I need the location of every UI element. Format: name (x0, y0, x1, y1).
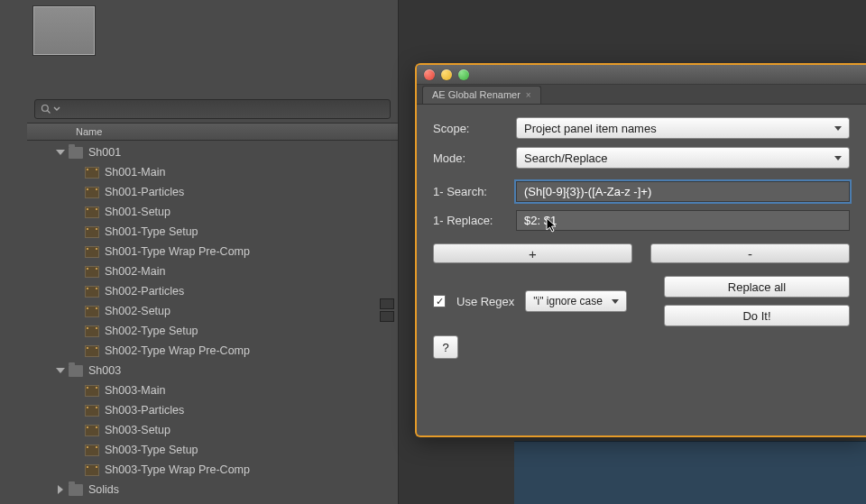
composition-icon (85, 206, 99, 218)
search-input[interactable] (34, 99, 391, 119)
composition-icon (85, 345, 99, 357)
composition-icon (85, 464, 99, 476)
svg-line-1 (48, 111, 51, 114)
comp-row[interactable]: Sh002-Main (27, 261, 398, 281)
comp-row[interactable]: Sh003-Main (27, 380, 398, 400)
mode-label: Mode: (433, 151, 516, 165)
folder-row[interactable]: Solids (27, 480, 398, 499)
project-search-row (27, 96, 398, 123)
item-label: Sh002-Main (105, 265, 165, 278)
item-label: Sh003-Type Wrap Pre-Comp (105, 463, 250, 476)
folder-icon (69, 484, 83, 496)
help-button[interactable]: ? (433, 335, 458, 359)
composition-icon (85, 286, 99, 298)
search-field[interactable]: (Sh[0-9]{3})-([A-Za-z -]+) (516, 181, 850, 202)
composition-icon (85, 226, 99, 238)
tab-strip: AE Global Renamer × (417, 85, 866, 105)
minimize-icon[interactable] (441, 69, 452, 80)
comp-row[interactable]: Sh002-Type Wrap Pre-Comp (27, 341, 398, 361)
timeline-panel[interactable] (514, 441, 866, 504)
comp-row[interactable]: Sh003-Particles (27, 400, 398, 420)
window-titlebar[interactable] (417, 65, 866, 85)
comp-row[interactable]: Sh003-Type Setup (27, 440, 398, 460)
item-label: Sh001 (88, 146, 121, 159)
project-panel: Name Sh001Sh001-MainSh001-ParticlesSh001… (27, 0, 399, 504)
chevron-down-icon (53, 105, 60, 113)
composition-icon (85, 405, 99, 417)
search-label: 1- Search: (433, 185, 516, 198)
item-label: Sh002-Type Wrap Pre-Comp (105, 344, 250, 357)
comp-row[interactable]: Sh002-Type Setup (27, 321, 398, 341)
item-label: Sh001-Main (105, 166, 165, 179)
close-icon[interactable] (424, 69, 435, 80)
item-label: Sh001-Setup (105, 206, 170, 218)
folder-row[interactable]: Sh001 (27, 142, 398, 162)
scope-label: Scope: (433, 122, 516, 135)
do-it-button[interactable]: Do It! (664, 305, 850, 326)
item-label: Sh003 (88, 364, 121, 377)
composition-icon (85, 444, 99, 456)
folder-icon (69, 147, 83, 159)
comp-row[interactable]: Sh001-Type Wrap Pre-Comp (27, 242, 398, 261)
comp-row[interactable]: Sh001-Setup (27, 202, 398, 222)
tab-renamer[interactable]: AE Global Renamer × (422, 86, 541, 104)
chevron-down-icon (612, 299, 619, 304)
item-label: Solids (88, 483, 119, 496)
renamer-window: AE Global Renamer × Scope: Project panel… (415, 63, 866, 437)
column-header-name[interactable]: Name (27, 123, 398, 141)
composition-icon (85, 266, 99, 278)
composition-icon (85, 306, 99, 317)
folder-icon (69, 365, 83, 377)
zoom-icon[interactable] (458, 69, 469, 80)
use-regex-checkbox[interactable]: ✓ (433, 295, 446, 307)
tab-close-icon[interactable]: × (526, 90, 531, 100)
composition-icon (85, 246, 99, 258)
item-label: Sh003-Type Setup (105, 444, 198, 456)
mode-select[interactable]: Search/Replace (516, 147, 850, 169)
regex-case-select[interactable]: "i" ignore case (525, 290, 627, 312)
comp-row[interactable]: Sh001-Particles (27, 182, 398, 202)
comp-row[interactable]: Sh003-Setup (27, 420, 398, 440)
add-rule-button[interactable]: + (433, 243, 632, 263)
folder-row[interactable]: Sh003 (27, 361, 398, 380)
item-label: Sh001-Particles (105, 186, 184, 198)
composition-icon (85, 385, 99, 397)
project-tree[interactable]: Sh001Sh001-MainSh001-ParticlesSh001-Setu… (27, 141, 398, 504)
replace-all-button[interactable]: Replace all (664, 276, 850, 298)
scope-select[interactable]: Project panel item names (516, 117, 850, 139)
panel-menu-icon[interactable] (380, 298, 394, 309)
item-label: Sh002-Type Setup (105, 325, 198, 337)
chevron-down-icon (834, 126, 842, 131)
item-label: Sh002-Setup (105, 305, 170, 317)
composition-icon (85, 425, 99, 436)
composition-icon (85, 187, 99, 198)
item-label: Sh003-Setup (105, 424, 170, 436)
remove-rule-button[interactable]: - (650, 243, 850, 263)
chevron-down-icon (834, 156, 842, 160)
twisty-icon[interactable] (56, 150, 65, 155)
item-label: Sh002-Particles (105, 285, 184, 298)
replace-field[interactable]: $2: $1 (516, 210, 850, 231)
composition-icon (85, 167, 99, 179)
project-thumbnail (32, 5, 96, 56)
item-label: Sh003-Main (105, 384, 165, 397)
comp-row[interactable]: Sh002-Particles (27, 281, 398, 301)
comp-row[interactable]: Sh001-Main (27, 162, 398, 182)
comp-row[interactable]: Sh001-Type Setup (27, 222, 398, 242)
item-label: Sh001-Type Wrap Pre-Comp (105, 245, 250, 258)
svg-point-0 (42, 105, 49, 112)
panel-options-icon[interactable] (380, 311, 394, 322)
comp-row[interactable]: Sh002-Setup (27, 301, 398, 321)
item-label: Sh003-Particles (105, 404, 184, 417)
comp-row[interactable]: Sh003-Type Wrap Pre-Comp (27, 460, 398, 480)
item-label: Sh001-Type Setup (105, 225, 198, 238)
twisty-icon[interactable] (58, 485, 63, 494)
replace-label: 1- Replace: (433, 214, 516, 227)
search-icon (41, 104, 51, 115)
twisty-icon[interactable] (56, 368, 65, 373)
use-regex-label: Use Regex (456, 295, 514, 308)
composition-icon (85, 325, 99, 337)
